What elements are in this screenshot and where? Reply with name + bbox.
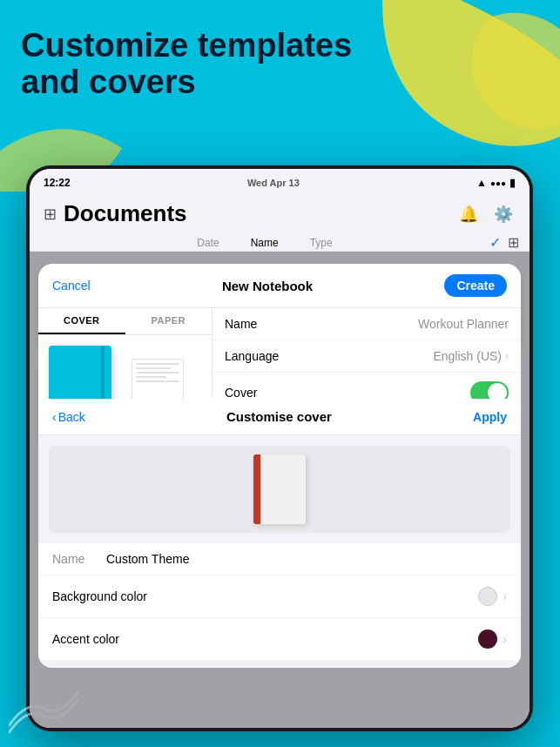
preview-book	[253, 454, 306, 524]
customise-options: Background color › Accent color ›	[38, 575, 521, 661]
language-text: English (US)	[433, 349, 502, 363]
checkmark-icon[interactable]: ✓	[489, 234, 501, 251]
language-chevron: ›	[505, 350, 509, 362]
new-notebook-modal: Cancel New Notebook Create COVER PAPER	[38, 264, 521, 668]
tab-bar: Date Name Type ✓ ⊞	[30, 234, 530, 252]
prop-name-value: Workout Planner	[418, 317, 509, 331]
app-title: Documents	[64, 200, 187, 227]
settings-icon[interactable]: ⚙️	[491, 202, 516, 226]
status-date: Wed Apr 13	[247, 178, 300, 188]
cover-paper-tabs: COVER PAPER	[38, 308, 212, 335]
modal-title: New Notebook	[222, 279, 313, 293]
tab-paper[interactable]: PAPER	[125, 308, 213, 334]
tab-date[interactable]: Date	[190, 235, 226, 251]
customise-title: Customise cover	[226, 409, 332, 424]
prop-language-row: Language English (US) ›	[213, 340, 521, 373]
status-time: 12:22	[44, 177, 71, 189]
app-header: ⊞ Documents 🔔 ⚙️	[30, 197, 530, 234]
background-color-right: ›	[478, 587, 507, 606]
status-icons: ▲ ●●● ▮	[476, 177, 516, 189]
create-button[interactable]: Create	[444, 274, 507, 297]
docs-content: Cancel New Notebook Create COVER PAPER	[30, 252, 530, 728]
apply-button[interactable]: Apply	[473, 410, 507, 424]
back-button[interactable]: ‹ Back	[52, 410, 85, 424]
cancel-button[interactable]: Cancel	[52, 279, 91, 293]
grid-icon: ⊞	[44, 205, 57, 224]
back-label: Back	[58, 410, 85, 424]
grid-view-icon[interactable]: ⊞	[508, 234, 519, 251]
headline-line1: Customize templates	[21, 28, 352, 64]
headline-line2: and covers	[21, 64, 352, 101]
modal-header: Cancel New Notebook Create	[38, 264, 521, 308]
tab-type[interactable]: Type	[303, 235, 340, 251]
signal-icon: ●●●	[490, 178, 506, 188]
accent-color-row[interactable]: Accent color ›	[38, 618, 521, 661]
back-chevron-icon: ‹	[52, 410, 57, 424]
customise-preview	[49, 446, 510, 533]
bg-color-swatch	[478, 587, 497, 606]
header-icons: 🔔 ⚙️	[456, 202, 516, 226]
yellow-swoosh-1	[316, 0, 560, 174]
status-bar: 12:22 Wed Apr 13 ▲ ●●● ▮	[30, 169, 530, 197]
background-color-row[interactable]: Background color ›	[38, 575, 521, 618]
device-screen: 12:22 Wed Apr 13 ▲ ●●● ▮ ⊞ Documents 🔔 ⚙…	[30, 169, 530, 728]
cust-name-label: Name	[52, 552, 96, 566]
tab-cover[interactable]: COVER	[38, 308, 125, 334]
prop-name-label: Name	[225, 317, 257, 331]
background-color-label: Background color	[52, 589, 147, 603]
accent-color-right: ›	[478, 629, 507, 649]
bell-icon[interactable]: 🔔	[456, 202, 481, 226]
prop-language-value[interactable]: English (US) ›	[433, 349, 509, 363]
customise-name-row: Name Custom Theme	[38, 543, 521, 575]
accent-color-swatch	[478, 629, 497, 649]
accent-color-chevron: ›	[503, 632, 507, 646]
customise-cover-panel: ‹ Back Customise cover Apply	[38, 399, 521, 668]
device-frame: 12:22 Wed Apr 13 ▲ ●●● ▮ ⊞ Documents 🔔 ⚙…	[26, 165, 533, 731]
customise-header: ‹ Back Customise cover Apply	[38, 399, 521, 435]
book-spine	[253, 454, 260, 524]
cust-name-value: Custom Theme	[106, 552, 189, 566]
battery-icon: ▮	[509, 177, 516, 189]
bg-color-chevron: ›	[503, 589, 507, 603]
prop-name-row: Name Workout Planner	[213, 308, 521, 340]
prop-cover-label: Cover	[225, 386, 257, 400]
prop-language-label: Language	[225, 349, 279, 363]
headline: Customize templates and covers	[21, 28, 352, 101]
tab-name[interactable]: Name	[244, 235, 286, 251]
accent-color-label: Accent color	[52, 632, 119, 646]
wifi-icon: ▲	[476, 177, 487, 189]
